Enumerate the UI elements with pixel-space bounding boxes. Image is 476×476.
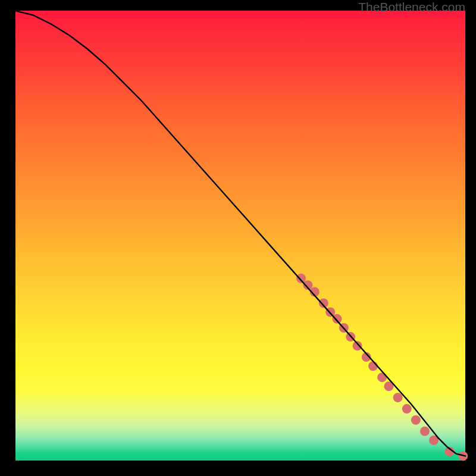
curve-layer	[15, 11, 465, 461]
data-marker	[353, 341, 362, 350]
bottleneck-curve	[15, 11, 465, 456]
chart-stage: TheBottleneck.com	[0, 0, 476, 476]
attribution-text: TheBottleneck.com	[358, 0, 465, 14]
data-marker	[377, 372, 387, 382]
data-marker	[333, 314, 342, 324]
marker-group	[296, 274, 468, 461]
data-marker	[402, 404, 412, 414]
data-marker	[296, 274, 306, 283]
data-marker	[420, 427, 430, 436]
data-marker	[393, 393, 403, 402]
plot-area	[15, 11, 465, 461]
data-marker	[411, 415, 421, 425]
